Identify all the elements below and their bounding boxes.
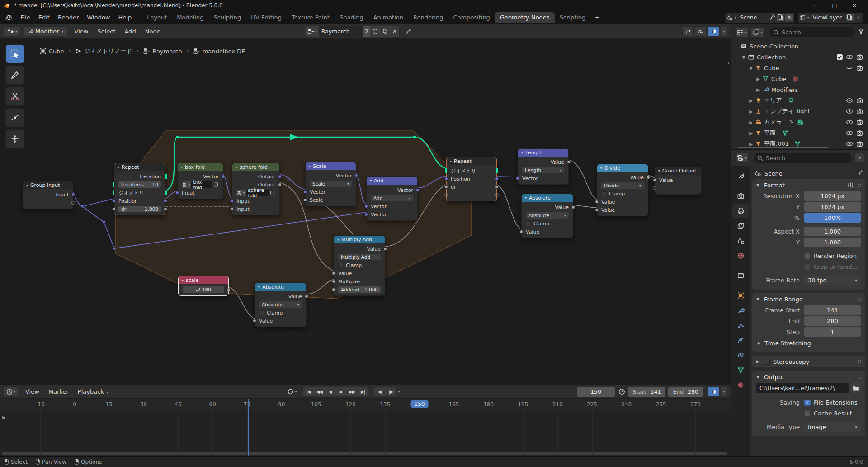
- node-header[interactable]: ▾Length: [518, 149, 568, 157]
- eye-icon[interactable]: [846, 97, 853, 104]
- snapping-toggle-button[interactable]: [695, 26, 707, 37]
- tool-link-drag-button[interactable]: [5, 108, 24, 127]
- blender-menu-icon[interactable]: [5, 14, 13, 21]
- frame-step-field[interactable]: 1: [804, 327, 861, 337]
- value-field[interactable]: dr1.000: [118, 206, 161, 212]
- prev-frame-button[interactable]: ◀|: [374, 387, 385, 396]
- preview-range-icon[interactable]: [618, 388, 625, 395]
- operation-dropdown[interactable]: Length▾: [522, 167, 564, 173]
- collapse-chevron-icon[interactable]: ▾: [370, 179, 372, 183]
- aspect-x-field[interactable]: 1.000: [804, 227, 861, 236]
- node-math-divide[interactable]: ▾DivideValueDivide▾ClampValueValue: [597, 164, 648, 216]
- node-sphere-fold[interactable]: ▾sphere foldOutputOutput▾sphere foldInpu…: [232, 163, 280, 215]
- unlink-node-group-icon[interactable]: ✕: [390, 26, 399, 37]
- timeline-editor-type-button[interactable]: ▾: [4, 386, 18, 397]
- collapse-chevron-icon[interactable]: ▶: [748, 142, 754, 147]
- value-socket[interactable]: [332, 288, 335, 291]
- minimize-button[interactable]: ─: [805, 0, 825, 11]
- vector-socket[interactable]: [222, 175, 225, 178]
- outliner-filter-images-button[interactable]: ▾: [751, 27, 764, 37]
- collapse-chevron-icon[interactable]: ▾: [26, 183, 28, 187]
- collapse-chevron-icon[interactable]: ▾: [658, 169, 660, 173]
- outliner-row[interactable]: ▶エンプティ_light: [731, 106, 868, 117]
- node-group-browse-button[interactable]: ▾: [236, 190, 246, 196]
- node-header[interactable]: ▾Repeat: [114, 163, 165, 171]
- vector-socket[interactable]: [364, 205, 368, 208]
- end-frame-field[interactable]: End280: [668, 387, 703, 397]
- extend-socket[interactable]: [71, 201, 75, 205]
- viewlayer-selector[interactable]: ▾ ViewLayer ✕: [798, 13, 863, 23]
- properties-tab-particles[interactable]: [733, 319, 748, 332]
- menu-render[interactable]: Render: [54, 13, 83, 22]
- node-math-absolute-bottom[interactable]: ▾AbsoluteValueAbsolute▾ClampValue: [255, 283, 307, 327]
- reroute-node[interactable]: [175, 135, 179, 139]
- timeline-menu-marker[interactable]: Marker: [44, 387, 73, 396]
- jump-to-start-button[interactable]: |◀: [303, 387, 314, 396]
- value-socket[interactable]: [646, 176, 650, 179]
- play-reverse-button[interactable]: ◀: [325, 387, 335, 396]
- add-workspace-button[interactable]: +: [590, 12, 604, 23]
- breadcrumb-item[interactable]: ジオメトリノード: [84, 47, 132, 55]
- value-field[interactable]: Iterations10: [118, 181, 161, 188]
- mesh-data-icon[interactable]: [794, 140, 802, 148]
- vector-socket[interactable]: [112, 199, 116, 203]
- properties-search-input[interactable]: Search: [754, 153, 852, 163]
- cam-icon[interactable]: [856, 97, 863, 104]
- value-socket[interactable]: [227, 288, 231, 291]
- pin-node-group-icon[interactable]: [404, 29, 413, 35]
- outliner-scrollbar[interactable]: [738, 147, 828, 148]
- collapse-chevron-icon[interactable]: ▾: [450, 159, 452, 163]
- value-field[interactable]: Addend1.000: [338, 286, 381, 293]
- overlays-chevron-icon[interactable]: ▾: [720, 26, 727, 37]
- constraint-icon[interactable]: [788, 119, 795, 126]
- close-button[interactable]: ✕: [844, 0, 864, 11]
- menu-window[interactable]: Window: [83, 13, 114, 22]
- value-socket[interactable]: [305, 295, 308, 298]
- operation-dropdown[interactable]: Absolute▾: [526, 212, 569, 219]
- eye-icon[interactable]: [846, 119, 853, 126]
- node-menu-node[interactable]: Node: [141, 27, 165, 36]
- node-box-fold[interactable]: ▾box foldVector▾box foldInput: [177, 163, 223, 199]
- workspace-tab-geometry-nodes[interactable]: Geometry Nodes: [495, 12, 555, 23]
- vector-socket[interactable]: [354, 174, 358, 177]
- cam-icon[interactable]: [856, 53, 863, 61]
- collapse-chevron-icon[interactable]: ▾: [182, 278, 184, 282]
- eye-icon[interactable]: [846, 129, 853, 137]
- tool-links-cut-button[interactable]: [5, 87, 24, 106]
- node-header[interactable]: ▾sphere fold: [232, 163, 279, 171]
- node-header[interactable]: ▾Divide: [597, 164, 648, 172]
- vector-socket[interactable]: [444, 177, 448, 181]
- node-header[interactable]: ▾Add: [367, 177, 417, 185]
- node-math-multiply-add[interactable]: ▾Multiply AddValueMultiply Add▾ClampValu…: [334, 235, 385, 296]
- collapse-chevron-icon[interactable]: ▾: [525, 196, 527, 200]
- node-repeat-input[interactable]: ▾RepeatIterationIterations10ジオメトリPositio…: [114, 163, 165, 215]
- node-group-users-badge[interactable]: 2: [363, 26, 371, 37]
- current-frame-field[interactable]: 150: [577, 387, 615, 397]
- auto-keying-button[interactable]: ▾: [287, 388, 297, 395]
- timeline-scrollbar[interactable]: [2, 452, 727, 455]
- start-frame-field[interactable]: Start141: [628, 387, 665, 397]
- collapse-chevron-icon[interactable]: ▾: [118, 165, 119, 169]
- eye-icon[interactable]: [846, 108, 853, 115]
- workspace-tab-texture-paint[interactable]: Texture Paint: [287, 12, 335, 23]
- go-to-parent-tree-button[interactable]: [682, 26, 694, 37]
- operation-dropdown[interactable]: Multiply Add▾: [338, 254, 381, 260]
- outliner-row[interactable]: ▼Collection: [731, 52, 868, 62]
- collapse-chevron-icon[interactable]: ▶: [748, 109, 754, 114]
- node-group-icon[interactable]: ▾: [305, 26, 319, 37]
- vector-socket[interactable]: [230, 199, 234, 203]
- tool-select-box-button[interactable]: [5, 44, 24, 63]
- outliner-row[interactable]: ▶エリア: [731, 95, 868, 106]
- region-collapse-icon[interactable]: ‹: [727, 59, 730, 66]
- reroute-node[interactable]: [103, 221, 105, 224]
- sync-chevron-icon[interactable]: ▾: [720, 386, 727, 397]
- vector-socket[interactable]: [516, 176, 519, 180]
- value-socket[interactable]: [567, 160, 571, 164]
- node-header[interactable]: ▾Multiply Add: [334, 236, 385, 243]
- vector-socket[interactable]: [278, 175, 282, 178]
- mat-icon[interactable]: [792, 75, 799, 82]
- cam-icon[interactable]: [856, 119, 863, 126]
- time-stretching-subpanel[interactable]: ▶Time Stretching: [752, 338, 865, 348]
- collapse-chevron-icon[interactable]: ▶: [748, 131, 754, 136]
- next-frame-button[interactable]: |▶: [385, 387, 396, 396]
